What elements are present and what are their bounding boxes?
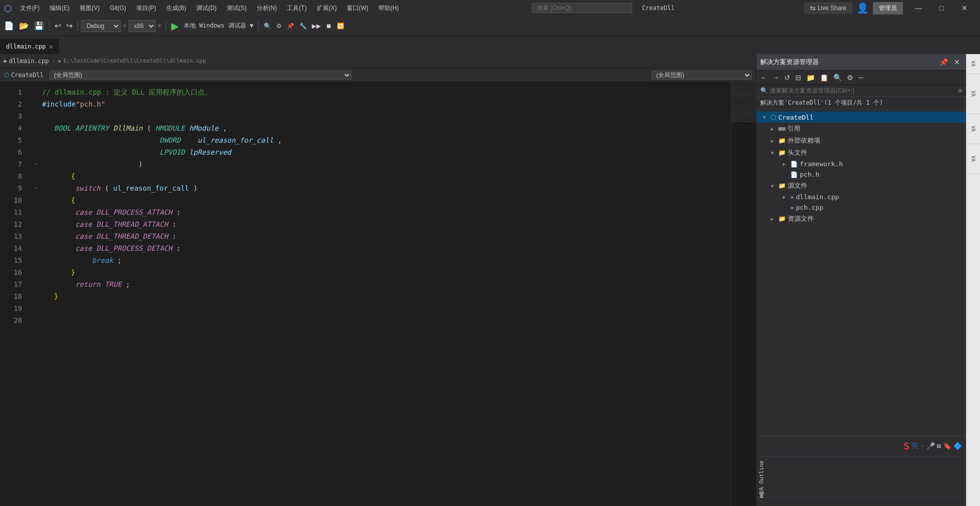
menu-edit[interactable]: 编辑(E) — [46, 2, 74, 15]
menu-project[interactable]: 项目(P) — [132, 2, 160, 15]
ext-deps-icon: 📁 — [778, 137, 786, 144]
tree-label-pch-h: pch.h — [800, 171, 819, 178]
platform-dropdown[interactable]: x86 x64 — [129, 20, 156, 32]
se-pin-button[interactable]: 📌 — [937, 57, 950, 67]
menu-debug[interactable]: 调试(D) — [192, 2, 221, 15]
tree-item-framework-h[interactable]: ▶ 📄 framework.h — [756, 159, 966, 169]
menu-help[interactable]: 帮助(H) — [374, 2, 403, 15]
run-button[interactable]: ▶ — [169, 19, 181, 33]
se-ime-bar: S 英 · 🎤 ⊞ 🔖 🔷 — [756, 435, 966, 456]
se-forward-button[interactable]: → — [770, 73, 781, 83]
ime-table-icon[interactable]: ⊞ — [937, 442, 941, 450]
toolbar-extra-6[interactable]: ⏹ — [324, 22, 334, 31]
minimap: // dllmain.cpp#include "pch.h"BOOL APIEN… — [731, 82, 756, 506]
se-settings-button[interactable]: ⚙ — [845, 73, 855, 83]
separator-3 — [166, 21, 166, 31]
close-button[interactable]: ✕ — [953, 0, 976, 16]
resources-folder-icon: 📁 — [778, 215, 786, 222]
redo-button[interactable]: ↪ — [64, 20, 75, 32]
se-search-input[interactable] — [770, 87, 956, 94]
tree-item-resources[interactable]: ▶ 📁 资源文件 — [756, 213, 966, 225]
ime-extra-icon[interactable]: 🔷 — [953, 442, 962, 450]
tree-expand-pch-cpp-icon — [780, 205, 788, 210]
tree-item-createDll[interactable]: ▼ ⬡ CreateDll — [756, 112, 966, 123]
menu-test[interactable]: 测试(S) — [223, 2, 251, 15]
menu-extensions[interactable]: 扩展(X) — [313, 2, 341, 15]
toolbar: 📄 📂 💾 ↩ ↪ Debug Release ▼ x86 x64 ▼ ▶ 本地… — [0, 16, 980, 36]
code-line-5: DWORD ul_reason_for_call , — [30, 134, 731, 146]
debug-config-dropdown[interactable]: Debug Release — [81, 20, 121, 32]
separator-4 — [258, 21, 259, 31]
va-outline-tab[interactable]: VA Outline — [756, 456, 966, 498]
far-right-item-2[interactable]: VA — [966, 74, 980, 114]
ime-mic-icon[interactable]: 🎤 — [926, 442, 935, 450]
menu-tools[interactable]: 工具(T) — [283, 2, 310, 15]
undo-button[interactable]: ↩ — [53, 20, 63, 32]
toolbar-extra-5[interactable]: ▶▶ — [310, 22, 323, 31]
symbol-dropdown[interactable]: (全局范围) — [652, 71, 752, 80]
se-refresh-button[interactable]: ↺ — [782, 73, 792, 83]
menu-window[interactable]: 窗口(W) — [343, 2, 372, 15]
live-share-button[interactable]: ⇆ Live Share — [804, 2, 852, 14]
app-logo-icon: ⬡ — [4, 3, 12, 14]
tree-label-ext-deps: 外部依赖项 — [788, 136, 820, 145]
scope-project-name[interactable]: CreateDll — [11, 72, 44, 79]
se-show-all-files-button[interactable]: 📁 — [804, 73, 817, 83]
save-button[interactable]: 💾 — [32, 20, 46, 32]
tree-item-pch-h[interactable]: 📄 pch.h — [756, 169, 966, 180]
ime-bookmark-icon[interactable]: 🔖 — [943, 442, 951, 450]
separator-2 — [78, 21, 78, 31]
profile-icon[interactable]: 👤 — [856, 2, 869, 14]
toolbar-extra-4[interactable]: 🔧 — [297, 22, 309, 31]
se-back-button[interactable]: ← — [758, 73, 769, 83]
tree-item-headers[interactable]: ▼ 📁 头文件 — [756, 147, 966, 159]
tree-item-references[interactable]: ▶ ■■ 引用 — [756, 123, 966, 135]
global-search[interactable] — [532, 3, 632, 13]
admin-button[interactable]: 管理员 — [873, 2, 903, 15]
code-content[interactable]: // dllmain.cpp : 定义 DLL 应用程序的入口点。 #inclu… — [30, 82, 731, 506]
separator-1 — [49, 21, 50, 31]
tree-item-pch-cpp[interactable]: ✳ pch.cpp — [756, 202, 966, 213]
pch-cpp-icon: ✳ — [790, 204, 794, 211]
breadcrumb-filename[interactable]: dllmain.cpp — [9, 58, 49, 65]
tools-tab[interactable]: 工具 — [756, 498, 966, 506]
toolbar-extra-7[interactable]: 🔁 — [335, 22, 346, 31]
se-properties-button[interactable]: 📋 — [818, 73, 830, 83]
live-share-icon: ⇆ — [810, 4, 816, 12]
code-line-13: case DLL_THREAD_DETACH : — [30, 230, 731, 242]
se-close-button[interactable]: ✕ — [952, 57, 962, 67]
toolbar-extra-3[interactable]: 📌 — [285, 22, 296, 31]
minimize-button[interactable]: — — [907, 0, 930, 16]
se-search-settings-icon[interactable]: ⚙ — [958, 87, 962, 94]
menu-file[interactable]: 文件(F) — [16, 2, 44, 15]
toolbar-extra-2[interactable]: ⚙ — [274, 22, 284, 31]
toolbar-extra-1[interactable]: 🔍 — [262, 22, 273, 31]
window-controls: — □ ✕ — [907, 0, 976, 16]
tree-expand-refs-icon: ▶ — [768, 126, 776, 132]
scope-dropdown[interactable]: (全局范围) DllMain — [50, 71, 351, 80]
tree-item-ext-deps[interactable]: ▶ 📁 外部依赖项 — [756, 135, 966, 147]
tab-close-icon[interactable]: ✕ — [49, 43, 53, 51]
minimap-viewport[interactable] — [731, 82, 756, 122]
se-extra-button[interactable]: ─ — [856, 73, 865, 83]
se-collapse-all-button[interactable]: ⊟ — [793, 73, 803, 83]
se-filter-button[interactable]: 🔍 — [831, 73, 844, 83]
run-label: 本地 Windows 调试器 ▼ — [182, 22, 255, 30]
code-line-8: { — [30, 170, 731, 182]
open-file-button[interactable]: 📂 — [17, 20, 31, 32]
code-editor[interactable]: 1 2 3 4 5 6 7 8 9 10 11 12 13 14 15 16 1 — [0, 82, 756, 506]
menu-git[interactable]: Git(G) — [106, 3, 130, 14]
maximize-button[interactable]: □ — [930, 0, 953, 16]
tree-item-sources[interactable]: ▼ 📁 源文件 — [756, 180, 966, 192]
new-file-button[interactable]: 📄 — [2, 20, 16, 32]
editor-tab-dllmain[interactable]: dllmain.cpp ✕ — [0, 39, 60, 54]
far-right-item-4[interactable]: VA — [966, 144, 980, 174]
title-bar: ⬡ 文件(F) 编辑(E) 视图(V) Git(G) 项目(P) 生成(B) 调… — [0, 0, 980, 16]
far-right-item-3[interactable]: VA — [966, 114, 980, 144]
menu-view[interactable]: 视图(V) — [76, 2, 104, 15]
far-right-item-1[interactable]: VA — [966, 54, 980, 74]
menu-analyze[interactable]: 分析(N) — [253, 2, 281, 15]
tree-item-dllmain-cpp[interactable]: ▶ ✳ dllmain.cpp — [756, 192, 966, 202]
menu-build[interactable]: 生成(B) — [162, 2, 190, 15]
tree-expand-framework-icon: ▶ — [780, 161, 788, 167]
